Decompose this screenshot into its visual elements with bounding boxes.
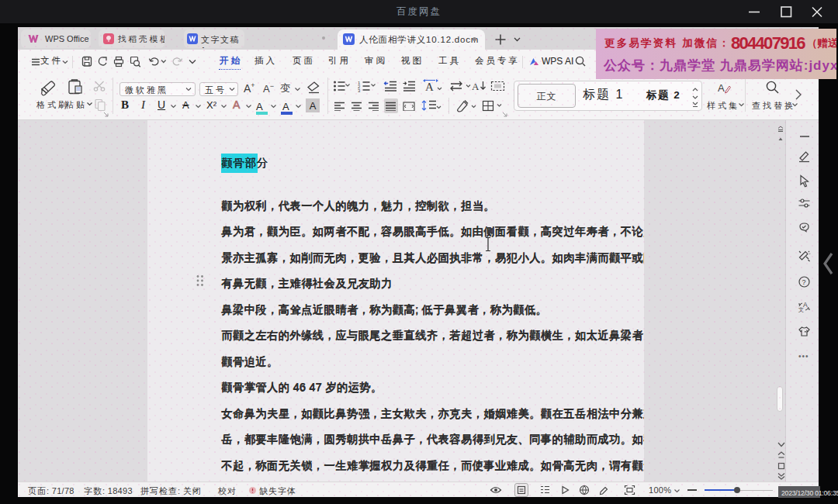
svg-text:文: 文 <box>798 306 804 312</box>
svg-text:A: A <box>425 81 434 93</box>
svg-text:3: 3 <box>358 88 361 92</box>
svg-text:A: A <box>718 82 725 94</box>
svg-text:?: ? <box>802 278 806 286</box>
svg-text:A: A <box>472 81 480 92</box>
